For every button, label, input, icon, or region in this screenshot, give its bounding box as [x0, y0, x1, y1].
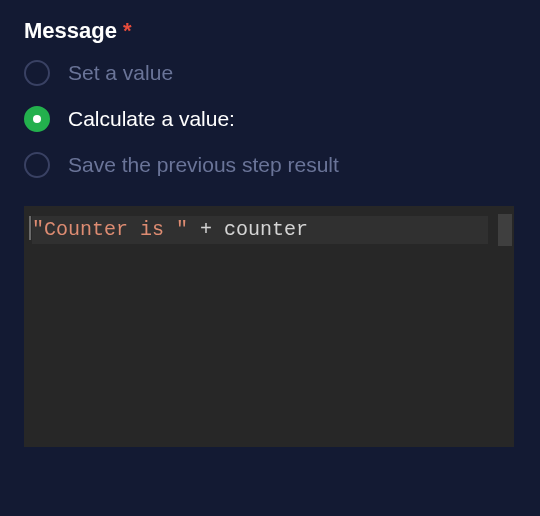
code-string-token: "Counter is "	[32, 218, 188, 241]
radio-icon	[24, 106, 50, 132]
radio-label: Set a value	[68, 61, 173, 85]
radio-option-save-previous[interactable]: Save the previous step result	[24, 152, 516, 178]
radio-icon	[24, 60, 50, 86]
scrollbar-thumb[interactable]	[498, 214, 512, 246]
code-line: "Counter is " + counter	[32, 216, 488, 244]
scrollbar-track[interactable]	[498, 214, 512, 439]
cursor-icon	[29, 216, 31, 240]
code-editor[interactable]: "Counter is " + counter	[24, 206, 514, 447]
radio-label: Calculate a value:	[68, 107, 235, 131]
radio-label: Save the previous step result	[68, 153, 339, 177]
radio-option-set-value[interactable]: Set a value	[24, 60, 516, 86]
code-operator-token: +	[188, 218, 224, 241]
code-identifier-token: counter	[224, 218, 308, 241]
field-label: Message *	[24, 18, 516, 44]
radio-icon	[24, 152, 50, 178]
field-label-text: Message	[24, 18, 117, 44]
radio-option-calculate-value[interactable]: Calculate a value:	[24, 106, 516, 132]
required-asterisk-icon: *	[123, 18, 132, 44]
radio-group: Set a value Calculate a value: Save the …	[24, 60, 516, 178]
